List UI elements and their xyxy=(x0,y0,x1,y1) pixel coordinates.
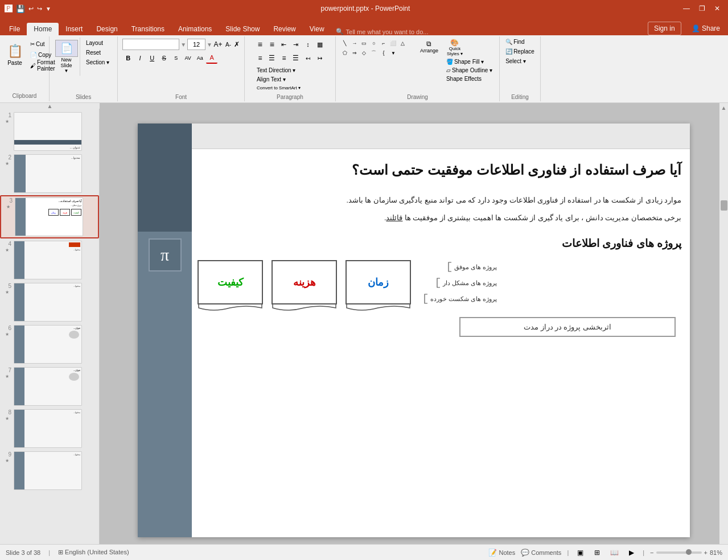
close-button[interactable]: ✕ xyxy=(711,3,723,14)
shape-outline-button[interactable]: ▱Shape Outline ▾ xyxy=(444,67,495,74)
tab-design[interactable]: Design xyxy=(89,23,124,35)
reset-button[interactable]: Reset xyxy=(84,48,112,57)
ltr-button[interactable]: ↦ xyxy=(314,52,326,64)
align-right-button[interactable]: ≡ xyxy=(278,52,290,64)
shape-triangle[interactable]: △ xyxy=(398,39,408,48)
scroll-up-arrow[interactable]: ▲ xyxy=(719,103,728,113)
numbering-button[interactable]: ≡ xyxy=(266,39,278,50)
shape-line[interactable]: ╲ xyxy=(340,39,349,48)
clear-formatting-button[interactable]: ✗ xyxy=(234,40,240,48)
shape-brace[interactable]: { xyxy=(379,48,388,57)
bold-button[interactable]: B xyxy=(122,52,134,64)
scroll-up-icon[interactable]: ▲ xyxy=(46,102,54,110)
arrange-button[interactable]: ⧉ Arrange xyxy=(417,39,442,55)
undo-icon[interactable]: ↩ xyxy=(28,5,34,13)
slide-thumb-2[interactable]: 2 ★ محتوا... xyxy=(0,153,99,194)
slide-thumb-3[interactable]: 3 ★ آیا صرف استفاده... پروژه های... کیفی… xyxy=(0,195,99,238)
shadow-button[interactable]: S xyxy=(170,52,182,64)
tab-file[interactable]: File xyxy=(2,23,27,35)
justify-button[interactable]: ☰ xyxy=(290,52,302,64)
vertical-scrollbar[interactable]: ▲ ▼ xyxy=(719,103,728,557)
cut-button[interactable]: ✂Cut xyxy=(28,39,47,49)
slide-sorter-button[interactable]: ⊞ xyxy=(591,547,603,558)
columns-button[interactable]: ▦ xyxy=(314,39,326,50)
font-color-button[interactable]: A xyxy=(206,52,217,64)
slide-thumb-5[interactable]: 5 ★ محتوا... xyxy=(0,282,99,323)
line-spacing-button[interactable]: ↕ xyxy=(302,39,314,50)
select-button[interactable]: Select ▾ xyxy=(503,57,537,65)
quick-styles-button[interactable]: 🎨 Quick Styles ▾ xyxy=(444,39,466,57)
tab-transitions[interactable]: Transitions xyxy=(125,23,171,35)
shape-more[interactable]: ⬜ xyxy=(389,39,398,48)
italic-button[interactable]: I xyxy=(134,52,146,64)
shape-corner[interactable]: ⌐ xyxy=(379,39,388,48)
zoom-in-button[interactable]: + xyxy=(704,549,708,556)
signin-button[interactable]: Sign in xyxy=(648,22,681,35)
shape-arrow[interactable]: → xyxy=(350,39,359,48)
slide-thumb-6[interactable]: 6 ★ عنوان... xyxy=(0,324,99,365)
language-indicator[interactable]: ⊞ English (United States) xyxy=(58,549,129,556)
shape-arrow2[interactable]: ⇒ xyxy=(350,48,359,57)
tab-animations[interactable]: Animations xyxy=(171,23,219,35)
shapes-expand[interactable]: ▼ xyxy=(389,48,398,57)
shape-fill-button[interactable]: 🪣Shape Fill ▾ xyxy=(444,58,495,65)
replace-button[interactable]: 🔄Replace xyxy=(503,47,537,56)
save-icon[interactable]: 💾 xyxy=(16,5,25,13)
shape-pentagon[interactable]: ⬠ xyxy=(340,48,349,57)
shape-circle[interactable]: ○ xyxy=(369,39,379,48)
paste-button[interactable]: 📋 Paste xyxy=(2,39,27,71)
tab-home[interactable]: Home xyxy=(27,23,59,35)
align-center-button[interactable]: ☰ xyxy=(266,52,278,64)
decrease-font-size-button[interactable]: A- xyxy=(224,40,233,49)
rtl-button[interactable]: ↤ xyxy=(302,52,314,64)
slide-thumb-8[interactable]: 8 ★ محتوا... xyxy=(0,408,99,449)
restore-button[interactable]: ❐ xyxy=(696,3,709,14)
comments-button[interactable]: 💬 Comments xyxy=(521,549,561,557)
align-left-button[interactable]: ≡ xyxy=(254,52,266,64)
change-case-button[interactable]: Aa xyxy=(194,52,205,64)
bullets-button[interactable]: ≡ xyxy=(254,39,266,50)
layout-button[interactable]: Layout xyxy=(84,39,112,47)
normal-view-button[interactable]: ▣ xyxy=(574,547,586,558)
shape-rect[interactable]: ▭ xyxy=(360,39,369,48)
slides-panel-scroll-top[interactable]: ▲ xyxy=(0,103,100,109)
text-direction-button[interactable]: Text Direction ▾ xyxy=(254,66,326,75)
increase-font-size-button[interactable]: A+ xyxy=(213,40,223,49)
find-button[interactable]: 🔍Find xyxy=(503,38,537,46)
zoom-level[interactable]: 81% xyxy=(710,549,722,556)
slide-thumb-9[interactable]: 9 ★ محتوا... xyxy=(0,450,99,491)
align-text-button[interactable]: Align Text ▾ xyxy=(254,75,326,84)
shape-effects-button[interactable]: Shape Effects xyxy=(444,75,495,83)
tab-insert[interactable]: Insert xyxy=(59,23,89,35)
slide-thumb-4[interactable]: 4 ★ محتوا... xyxy=(0,240,99,281)
char-spacing-button[interactable]: AV xyxy=(182,52,194,64)
shape-curved[interactable]: ⌒ xyxy=(369,48,379,57)
tab-review[interactable]: Review xyxy=(266,23,302,35)
reading-view-button[interactable]: 📖 xyxy=(608,547,620,558)
tab-view[interactable]: View xyxy=(303,23,331,35)
increase-indent-button[interactable]: ⇥ xyxy=(290,39,302,50)
section-button[interactable]: Section ▾ xyxy=(84,58,112,67)
pin-icon[interactable]: ▼ xyxy=(46,6,51,12)
tell-me-input[interactable]: Tell me what you want to do... xyxy=(346,28,429,35)
copy-button[interactable]: 📄Copy xyxy=(28,50,47,60)
slideshow-button[interactable]: ▶ xyxy=(626,547,637,558)
font-name-input[interactable] xyxy=(122,39,179,50)
redo-icon[interactable]: ↪ xyxy=(37,5,42,13)
zoom-slider[interactable] xyxy=(656,551,702,554)
slide-editor[interactable]: π آیا صرف استفاده از فناوری اطلاعات موفق… xyxy=(100,103,728,557)
slide-thumb-7[interactable]: 7 ★ عنوان... xyxy=(0,366,99,407)
scroll-thumb[interactable] xyxy=(721,200,727,211)
format-painter-button[interactable]: 🖌Format Painter xyxy=(28,60,47,71)
zoom-out-button[interactable]: − xyxy=(650,549,653,556)
convert-smartart-button[interactable]: Convert to SmartArt ▾ xyxy=(254,84,326,92)
tab-slideshow[interactable]: Slide Show xyxy=(219,23,266,35)
slide-thumb-1[interactable]: 1 ★ عنوان ... xyxy=(0,111,99,152)
notes-button[interactable]: 📝 Notes xyxy=(488,549,515,557)
decrease-indent-button[interactable]: ⇤ xyxy=(278,39,290,50)
underline-button[interactable]: U xyxy=(146,52,158,64)
strikethrough-button[interactable]: S xyxy=(158,52,170,64)
shape-diamond[interactable]: ◇ xyxy=(360,48,369,57)
minimize-button[interactable]: — xyxy=(680,3,693,14)
share-button[interactable]: 👤 Share xyxy=(686,22,726,35)
